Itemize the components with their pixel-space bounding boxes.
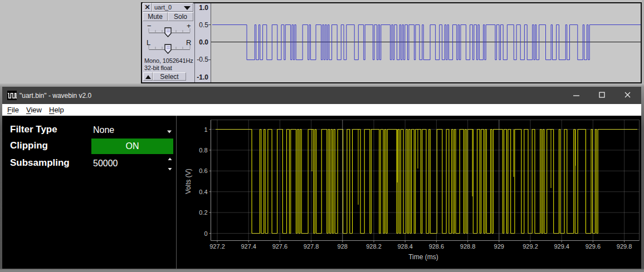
svg-text:929.4: 929.4 [554, 243, 569, 250]
svg-text:0.8: 0.8 [199, 147, 207, 154]
svg-text:0.6: 0.6 [199, 167, 207, 174]
svg-text:0.2: 0.2 [199, 209, 207, 216]
svg-text:929.6: 929.6 [586, 243, 601, 250]
svg-text:929.8: 929.8 [617, 243, 632, 250]
svg-text:928: 928 [338, 243, 348, 250]
svg-text:927.6: 927.6 [272, 243, 288, 250]
svg-text:928.2: 928.2 [366, 243, 382, 250]
svg-text:928.6: 928.6 [429, 243, 445, 250]
svg-text:928.8: 928.8 [460, 243, 476, 250]
svg-text:928.4: 928.4 [397, 243, 413, 250]
svg-text:−: − [147, 22, 152, 30]
svg-text:1: 1 [204, 126, 207, 133]
svg-text:929: 929 [494, 243, 504, 250]
svg-text:927.2: 927.2 [209, 243, 225, 250]
svg-text:Volts (V): Volts (V) [184, 169, 192, 194]
svg-text:929.2: 929.2 [523, 243, 538, 250]
svg-text:0: 0 [204, 230, 207, 237]
svg-text:0.4: 0.4 [199, 189, 207, 195]
svg-text:Time (ms): Time (ms) [408, 253, 438, 261]
svg-text:927.4: 927.4 [241, 243, 256, 250]
svg-text:R: R [186, 38, 191, 47]
svg-text:927.8: 927.8 [304, 243, 319, 250]
